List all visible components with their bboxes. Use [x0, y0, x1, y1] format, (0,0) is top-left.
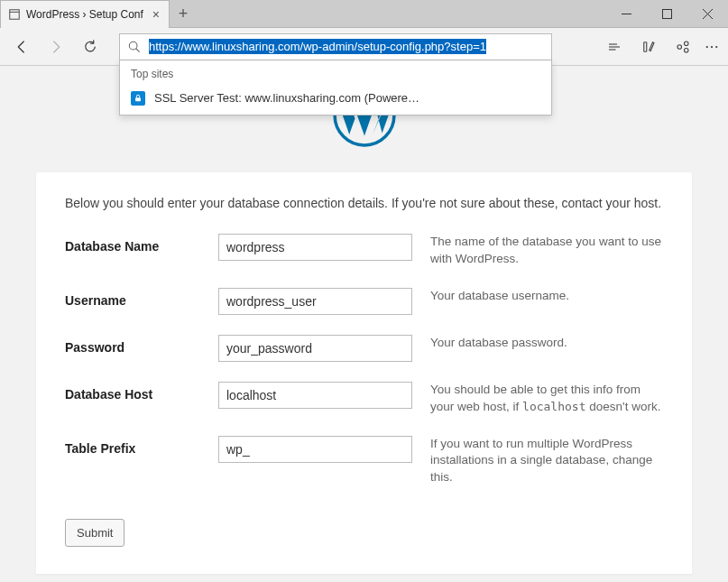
label-username: Username	[65, 288, 200, 308]
input-dbhost[interactable]	[218, 382, 412, 409]
suggestions-header: Top sites	[120, 60, 551, 86]
row-dbhost: Database Host You should be able to get …	[65, 382, 663, 416]
address-bar-wrapper: https://www.linuxsharing.com/wp-admin/se…	[119, 33, 552, 60]
svg-point-12	[677, 44, 682, 49]
svg-rect-8	[135, 97, 141, 101]
suggestion-label: SSL Server Test: www.linuxsharing.com (P…	[154, 91, 419, 105]
svg-point-17	[715, 45, 717, 47]
row-prefix: Table Prefix If you want to run multiple…	[65, 436, 663, 487]
forward-button[interactable]	[41, 32, 70, 61]
setup-form-card: Below you should enter your database con…	[36, 172, 692, 574]
notes-button[interactable]	[634, 32, 663, 61]
address-bar[interactable]: https://www.linuxsharing.com/wp-admin/se…	[119, 33, 552, 60]
row-username: Username Your database username.	[65, 288, 663, 315]
desc-password: Your database password.	[430, 335, 663, 352]
input-username[interactable]	[218, 288, 412, 315]
input-dbname[interactable]	[218, 234, 412, 261]
svg-point-15	[706, 45, 708, 47]
input-password[interactable]	[218, 335, 412, 362]
input-prefix[interactable]	[218, 436, 412, 463]
reading-view-button[interactable]	[600, 32, 629, 61]
submit-button[interactable]: Submit	[65, 519, 124, 547]
label-dbname: Database Name	[65, 234, 200, 254]
page-content: Below you should enter your database con…	[0, 66, 728, 582]
svg-line-7	[136, 49, 139, 51]
suggestion-item[interactable]: SSL Server Test: www.linuxsharing.com (P…	[120, 86, 551, 115]
browser-title-bar: WordPress › Setup Conf × +	[0, 0, 728, 28]
tab-title: WordPress › Setup Conf	[26, 8, 143, 21]
svg-rect-0	[10, 9, 20, 19]
row-dbname: Database Name The name of the database y…	[65, 234, 663, 268]
share-button[interactable]	[668, 32, 697, 61]
desc-dbname: The name of the database you want to use…	[430, 234, 663, 268]
svg-point-16	[711, 45, 713, 47]
url-input[interactable]: https://www.linuxsharing.com/wp-admin/se…	[149, 40, 544, 53]
maximize-button[interactable]	[647, 0, 687, 28]
new-tab-button[interactable]: +	[170, 0, 197, 28]
desc-dbhost: You should be able to get this info from…	[430, 382, 663, 416]
tab-favicon-icon	[8, 8, 21, 21]
svg-point-13	[685, 42, 689, 46]
window-controls	[606, 0, 728, 28]
label-prefix: Table Prefix	[65, 436, 200, 456]
more-button[interactable]	[703, 32, 721, 61]
svg-rect-3	[663, 9, 672, 18]
desc-prefix: If you want to run multiple WordPress in…	[430, 436, 663, 487]
label-password: Password	[65, 335, 200, 355]
close-tab-icon[interactable]: ×	[152, 7, 160, 22]
minimize-button[interactable]	[606, 0, 647, 28]
browser-toolbar: https://www.linuxsharing.com/wp-admin/se…	[0, 28, 728, 66]
label-dbhost: Database Host	[65, 382, 200, 402]
close-window-button[interactable]	[687, 0, 728, 28]
refresh-button[interactable]	[76, 32, 105, 61]
lock-icon	[131, 91, 145, 106]
address-suggestions: Top sites SSL Server Test: www.linuxshar…	[119, 60, 552, 115]
row-password: Password Your database password.	[65, 335, 663, 362]
search-icon	[127, 40, 142, 54]
intro-text: Below you should enter your database con…	[65, 196, 663, 210]
svg-point-14	[685, 48, 689, 52]
browser-tab[interactable]: WordPress › Setup Conf ×	[0, 0, 170, 28]
desc-username: Your database username.	[430, 288, 663, 305]
back-button[interactable]	[7, 32, 36, 61]
